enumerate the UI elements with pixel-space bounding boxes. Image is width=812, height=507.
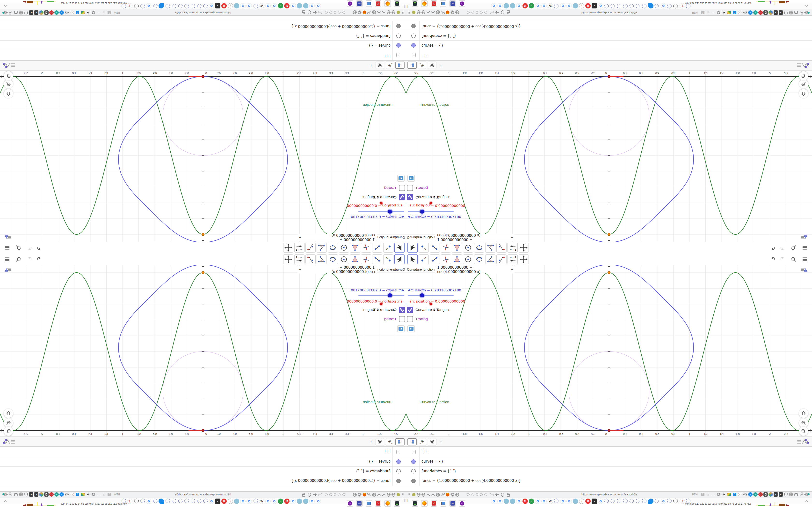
page-zoom-level[interactable]: 81% [692,11,698,14]
tab-dot[interactable] [343,11,345,14]
tab-favicon-G[interactable]: G [247,499,252,504]
tab-favicon-W[interactable]: W [548,3,553,8]
reflect-about-line-tool-button[interactable] [305,255,316,264]
tab-dot[interactable] [343,493,345,496]
tab-favicon-G[interactable]: G [566,499,572,504]
tab-favicon-mount[interactable]: ▲ [215,3,220,8]
arc-icon[interactable] [426,10,430,15]
tab-favicon-G[interactable]: G [291,499,296,504]
star-icon[interactable]: ☆ [102,492,106,497]
step-button[interactable]: ▶| [407,175,415,181]
globe-icon[interactable] [421,492,426,497]
pin-icon[interactable] [401,492,406,497]
search-icon[interactable] [14,256,22,263]
circle-with-center-tool-button[interactable] [339,255,349,264]
tab-favicon-flower[interactable] [642,4,647,8]
gear-icon[interactable] [357,10,362,15]
back-arrow-icon[interactable] [312,492,317,497]
move-tool-button[interactable] [407,255,418,264]
star-icon[interactable]: ☆ [706,492,710,497]
tab-dot[interactable] [467,11,469,14]
tab-favicon-flower[interactable] [165,499,170,503]
tab-favicon-teal[interactable] [573,3,578,8]
globe-icon[interactable] [416,10,421,15]
tab-favicon-flower[interactable] [636,499,640,503]
arc-length-slider-handle[interactable] [388,293,392,297]
curvature-tangent-checkbox[interactable] [399,194,405,201]
tab-favicon-gear[interactable] [673,499,678,503]
marker-icon[interactable] [81,492,85,497]
move-tool-button[interactable] [394,243,405,252]
counter-0-icon[interactable]: 0 [738,492,742,497]
pin-icon[interactable] [406,10,411,15]
tab-favicon-flower[interactable] [642,499,647,503]
arc-position-slider-handle[interactable] [429,202,432,205]
page-zoom-level[interactable]: 81% [114,493,120,496]
floppy-64-launcher-icon[interactable]: 64 [450,0,456,7]
tab-favicon-chat[interactable] [158,499,164,504]
globe-color-extension-icon[interactable] [768,10,773,15]
add-blue-extension-icon[interactable]: + [748,492,753,497]
graphics-stylebar-toggle-icon[interactable] [801,235,807,240]
star-icon[interactable]: ☆ [102,10,106,15]
download-icon[interactable] [86,10,90,15]
shield-teal-extension-icon[interactable]: V [753,10,758,15]
tab-favicon-ya[interactable]: Я [522,3,528,8]
tab-favicon-flower[interactable] [178,4,183,8]
tab-favicon-G[interactable]: G [272,3,277,8]
menu-icon[interactable] [801,256,809,263]
undo-button[interactable] [769,244,777,251]
zoom-out-button[interactable] [799,71,808,80]
ublock-extension-icon[interactable]: uo [29,10,33,15]
tab-favicon-G[interactable]: G [516,499,521,504]
tab-favicon-teal[interactable] [303,3,308,8]
angle-tool-button[interactable]: α [485,243,495,252]
monitor-launcher-icon[interactable] [440,0,446,7]
tab-favicon-G[interactable]: G [598,3,603,8]
ice-red-extension-icon[interactable]: ICE [49,492,54,497]
arc-length-slider-handle[interactable] [388,210,392,214]
line-tool-button[interactable] [430,243,440,252]
tab-favicon-teal[interactable] [297,499,302,504]
tab-favicon-teal[interactable] [234,499,239,504]
polygon-tool-button[interactable] [452,255,462,264]
shield-gray-extension-icon[interactable] [784,10,788,15]
arc-icon[interactable] [426,492,430,497]
more-options-kebab-icon[interactable]: ⋮ [369,439,373,444]
firefox-launcher-icon[interactable] [385,0,391,7]
visibility-toggle-tg-gray[interactable] [411,479,416,483]
globe-icon[interactable] [391,492,396,497]
more-options-kebab-icon[interactable]: ⋮ [369,63,373,68]
algebra-row-expression[interactable]: funcs = {1.000000000000 + cos(4.00000000… [421,478,521,483]
arc-icon[interactable] [376,10,382,15]
forward-icon[interactable]: → [711,492,715,497]
tab-favicon-flower[interactable] [623,499,627,503]
arc-icon[interactable] [376,492,382,497]
slider-tool-button[interactable]: a = 2 [507,255,518,264]
redo-button[interactable] [779,244,786,251]
translate-blue-icon[interactable]: A [75,10,80,15]
globe-icon[interactable] [372,492,376,497]
shield-icon[interactable] [500,10,505,15]
move-graphics-view-tool-button[interactable] [283,255,293,264]
translate-icon[interactable]: A [107,492,112,497]
translate-icon[interactable]: A [700,10,705,15]
algebra-row-expression[interactable]: funcNames = {" "} [421,34,456,38]
perpendicular-line-tool-button[interactable] [441,255,451,264]
ublock-extension-icon[interactable]: uo [29,492,33,497]
tab-favicon-f[interactable]: ƒ [127,3,133,8]
refresh-icon[interactable] [716,492,721,497]
polygon-tool-button[interactable] [350,255,360,264]
globe-icon[interactable] [455,10,460,15]
list-group-label[interactable]: List [421,54,427,58]
tab-favicon-flower[interactable] [623,4,627,8]
tab-dot[interactable] [480,493,483,496]
perpendicular-line-tool-button[interactable] [361,255,371,264]
tab-favicon-G[interactable]: G [316,3,321,8]
shield-icon[interactable] [307,492,312,497]
tab-favicon-flower[interactable] [554,4,558,8]
trash-extension-icon[interactable] [44,492,49,497]
slider-tool-button[interactable]: a = 2 [294,243,305,252]
tab-favicon-flower[interactable] [629,4,634,8]
visibility-toggle-tg-blue[interactable] [396,459,401,464]
